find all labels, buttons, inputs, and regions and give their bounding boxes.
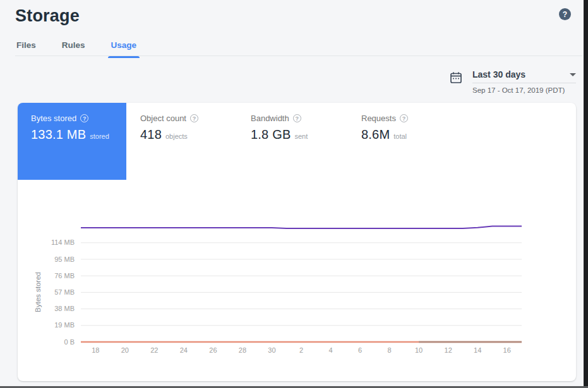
metric-value: 8.6M (361, 127, 390, 142)
x-tick-label: 12 (445, 346, 452, 354)
bytes-stored-chart: 0 B19 MB38 MB57 MB76 MB95 MB114 MBBytes … (18, 215, 576, 373)
tab-divider (15, 56, 582, 56)
date-range-selector: Last 30 days Sep 17 - Oct 17, 2019 (PDT) (450, 69, 576, 94)
x-tick-label: 28 (239, 346, 246, 354)
y-tick-label: 76 MB (54, 272, 75, 279)
metric-bytes-stored[interactable]: Bytes stored ? 133.1 MB stored (18, 103, 126, 180)
x-tick-label: 16 (503, 346, 511, 354)
series-line-bytes-stored (81, 226, 522, 228)
y-tick-label: 19 MB (54, 321, 75, 329)
date-range-dropdown[interactable]: Last 30 days (472, 69, 576, 83)
metric-label: Object count (140, 114, 186, 123)
calendar-icon (450, 71, 462, 86)
x-tick-label: 2 (299, 346, 303, 354)
x-tick-label: 8 (388, 346, 392, 354)
usage-card: Bytes stored ? 133.1 MB stored Object co… (18, 103, 576, 381)
help-icon[interactable]: ? (293, 114, 301, 122)
date-range-label: Last 30 days (472, 69, 525, 79)
metric-bandwidth[interactable]: Bandwidth ? 1.8 GB sent (251, 114, 308, 142)
metric-unit: stored (90, 132, 109, 140)
x-tick-label: 10 (415, 346, 423, 354)
help-icon[interactable]: ? (190, 114, 198, 122)
x-tick-label: 20 (121, 346, 129, 354)
metric-unit: sent (294, 132, 308, 140)
x-tick-label: 4 (328, 346, 332, 354)
metric-requests[interactable]: Requests ? 8.6M total (361, 114, 408, 142)
help-icon[interactable]: ? (400, 114, 408, 122)
metric-label: Bytes stored (31, 114, 76, 123)
metric-value: 1.8 GB (251, 127, 291, 142)
x-tick-label: 6 (358, 346, 362, 354)
metric-label: Bandwidth (251, 114, 289, 123)
x-tick-label: 26 (209, 346, 217, 354)
x-tick-label: 30 (268, 346, 275, 354)
chart-svg: 0 B19 MB38 MB57 MB76 MB95 MB114 MBBytes … (18, 215, 576, 373)
x-tick-label: 14 (474, 346, 481, 354)
metric-label: Requests (361, 114, 396, 123)
metric-value: 133.1 MB (31, 127, 86, 142)
date-range-detail: Sep 17 - Oct 17, 2019 (PDT) (472, 83, 576, 94)
y-tick-label: 38 MB (54, 305, 75, 312)
metric-unit: total (393, 132, 407, 140)
metric-value: 418 (140, 127, 162, 142)
metric-unit: objects (165, 132, 188, 140)
storage-usage-page: { "page": { "title": "Storage" }, "heade… (0, 0, 588, 388)
window-edge-right (584, 0, 588, 388)
x-tick-label: 24 (180, 346, 188, 354)
y-axis-title: Bytes stored (34, 272, 42, 312)
metric-object-count[interactable]: Object count ? 418 objects (140, 114, 198, 142)
help-icon[interactable]: ? (80, 114, 88, 122)
x-tick-label: 22 (150, 346, 158, 354)
help-icon[interactable]: ? (559, 8, 571, 20)
y-tick-label: 95 MB (54, 256, 75, 263)
y-tick-label: 114 MB (51, 238, 75, 246)
page-title: Storage (15, 6, 80, 26)
y-tick-label: 0 B (64, 338, 75, 346)
y-tick-label: 57 MB (54, 288, 75, 296)
dropdown-caret-icon (570, 73, 576, 76)
x-tick-label: 18 (92, 346, 99, 354)
